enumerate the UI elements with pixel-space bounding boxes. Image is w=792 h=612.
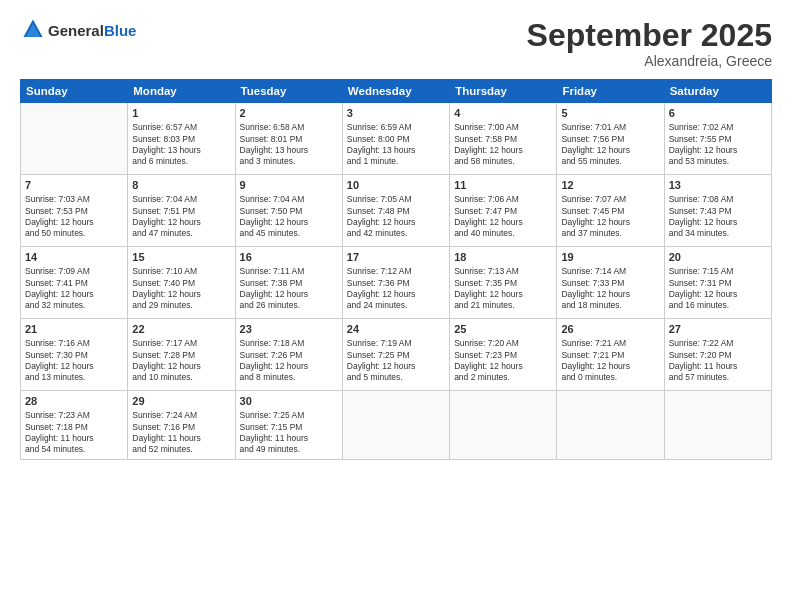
day-info: Sunrise: 7:13 AMSunset: 7:35 PMDaylight:… [454, 266, 552, 312]
day-info: Sunrise: 7:15 AMSunset: 7:31 PMDaylight:… [669, 266, 767, 312]
table-row [557, 391, 664, 460]
calendar-table: Sunday Monday Tuesday Wednesday Thursday… [20, 79, 772, 460]
day-info: Sunrise: 6:57 AMSunset: 8:03 PMDaylight:… [132, 122, 230, 168]
day-info: Sunrise: 7:16 AMSunset: 7:30 PMDaylight:… [25, 338, 123, 384]
day-number: 22 [132, 322, 230, 337]
day-info: Sunrise: 7:19 AMSunset: 7:25 PMDaylight:… [347, 338, 445, 384]
day-number: 9 [240, 178, 338, 193]
day-number: 19 [561, 250, 659, 265]
table-row: 25Sunrise: 7:20 AMSunset: 7:23 PMDayligh… [450, 319, 557, 391]
day-number: 7 [25, 178, 123, 193]
day-number: 2 [240, 106, 338, 121]
day-info: Sunrise: 7:08 AMSunset: 7:43 PMDaylight:… [669, 194, 767, 240]
day-info: Sunrise: 7:01 AMSunset: 7:56 PMDaylight:… [561, 122, 659, 168]
table-row: 16Sunrise: 7:11 AMSunset: 7:38 PMDayligh… [235, 247, 342, 319]
title-block: September 2025 Alexandreia, Greece [527, 18, 772, 69]
day-info: Sunrise: 7:04 AMSunset: 7:51 PMDaylight:… [132, 194, 230, 240]
table-row: 15Sunrise: 7:10 AMSunset: 7:40 PMDayligh… [128, 247, 235, 319]
day-number: 11 [454, 178, 552, 193]
table-row: 7Sunrise: 7:03 AMSunset: 7:53 PMDaylight… [21, 175, 128, 247]
day-info: Sunrise: 7:05 AMSunset: 7:48 PMDaylight:… [347, 194, 445, 240]
day-info: Sunrise: 6:58 AMSunset: 8:01 PMDaylight:… [240, 122, 338, 168]
day-number: 21 [25, 322, 123, 337]
table-row: 3Sunrise: 6:59 AMSunset: 8:00 PMDaylight… [342, 103, 449, 175]
table-row: 20Sunrise: 7:15 AMSunset: 7:31 PMDayligh… [664, 247, 771, 319]
day-info: Sunrise: 6:59 AMSunset: 8:00 PMDaylight:… [347, 122, 445, 168]
day-number: 28 [25, 394, 123, 409]
table-row: 26Sunrise: 7:21 AMSunset: 7:21 PMDayligh… [557, 319, 664, 391]
day-number: 29 [132, 394, 230, 409]
logo: GeneralBlue [20, 18, 136, 44]
day-info: Sunrise: 7:18 AMSunset: 7:26 PMDaylight:… [240, 338, 338, 384]
day-info: Sunrise: 7:11 AMSunset: 7:38 PMDaylight:… [240, 266, 338, 312]
table-row: 8Sunrise: 7:04 AMSunset: 7:51 PMDaylight… [128, 175, 235, 247]
day-number: 10 [347, 178, 445, 193]
table-row: 2Sunrise: 6:58 AMSunset: 8:01 PMDaylight… [235, 103, 342, 175]
day-info: Sunrise: 7:04 AMSunset: 7:50 PMDaylight:… [240, 194, 338, 240]
day-info: Sunrise: 7:10 AMSunset: 7:40 PMDaylight:… [132, 266, 230, 312]
header-thursday: Thursday [450, 80, 557, 103]
table-row: 5Sunrise: 7:01 AMSunset: 7:56 PMDaylight… [557, 103, 664, 175]
table-row: 30Sunrise: 7:25 AMSunset: 7:15 PMDayligh… [235, 391, 342, 460]
day-info: Sunrise: 7:07 AMSunset: 7:45 PMDaylight:… [561, 194, 659, 240]
table-row: 17Sunrise: 7:12 AMSunset: 7:36 PMDayligh… [342, 247, 449, 319]
day-info: Sunrise: 7:22 AMSunset: 7:20 PMDaylight:… [669, 338, 767, 384]
table-row [450, 391, 557, 460]
header-saturday: Saturday [664, 80, 771, 103]
day-info: Sunrise: 7:17 AMSunset: 7:28 PMDaylight:… [132, 338, 230, 384]
day-number: 3 [347, 106, 445, 121]
day-info: Sunrise: 7:20 AMSunset: 7:23 PMDaylight:… [454, 338, 552, 384]
day-number: 8 [132, 178, 230, 193]
day-number: 26 [561, 322, 659, 337]
table-row: 4Sunrise: 7:00 AMSunset: 7:58 PMDaylight… [450, 103, 557, 175]
day-info: Sunrise: 7:21 AMSunset: 7:21 PMDaylight:… [561, 338, 659, 384]
day-number: 20 [669, 250, 767, 265]
weekday-header-row: Sunday Monday Tuesday Wednesday Thursday… [21, 80, 772, 103]
table-row: 23Sunrise: 7:18 AMSunset: 7:26 PMDayligh… [235, 319, 342, 391]
header-sunday: Sunday [21, 80, 128, 103]
day-number: 25 [454, 322, 552, 337]
table-row: 27Sunrise: 7:22 AMSunset: 7:20 PMDayligh… [664, 319, 771, 391]
day-info: Sunrise: 7:03 AMSunset: 7:53 PMDaylight:… [25, 194, 123, 240]
table-row: 1Sunrise: 6:57 AMSunset: 8:03 PMDaylight… [128, 103, 235, 175]
table-row: 14Sunrise: 7:09 AMSunset: 7:41 PMDayligh… [21, 247, 128, 319]
table-row: 24Sunrise: 7:19 AMSunset: 7:25 PMDayligh… [342, 319, 449, 391]
table-row: 22Sunrise: 7:17 AMSunset: 7:28 PMDayligh… [128, 319, 235, 391]
day-number: 17 [347, 250, 445, 265]
table-row: 18Sunrise: 7:13 AMSunset: 7:35 PMDayligh… [450, 247, 557, 319]
day-number: 13 [669, 178, 767, 193]
day-info: Sunrise: 7:14 AMSunset: 7:33 PMDaylight:… [561, 266, 659, 312]
day-number: 4 [454, 106, 552, 121]
day-info: Sunrise: 7:02 AMSunset: 7:55 PMDaylight:… [669, 122, 767, 168]
table-row: 11Sunrise: 7:06 AMSunset: 7:47 PMDayligh… [450, 175, 557, 247]
header-friday: Friday [557, 80, 664, 103]
day-info: Sunrise: 7:12 AMSunset: 7:36 PMDaylight:… [347, 266, 445, 312]
page-header: GeneralBlue September 2025 Alexandreia, … [20, 18, 772, 69]
table-row [21, 103, 128, 175]
day-number: 18 [454, 250, 552, 265]
day-info: Sunrise: 7:09 AMSunset: 7:41 PMDaylight:… [25, 266, 123, 312]
header-wednesday: Wednesday [342, 80, 449, 103]
table-row: 10Sunrise: 7:05 AMSunset: 7:48 PMDayligh… [342, 175, 449, 247]
day-number: 15 [132, 250, 230, 265]
table-row [664, 391, 771, 460]
table-row: 28Sunrise: 7:23 AMSunset: 7:18 PMDayligh… [21, 391, 128, 460]
logo-blue-text: Blue [104, 22, 137, 39]
day-info: Sunrise: 7:25 AMSunset: 7:15 PMDaylight:… [240, 410, 338, 456]
header-monday: Monday [128, 80, 235, 103]
day-number: 23 [240, 322, 338, 337]
day-number: 6 [669, 106, 767, 121]
logo-general-text: General [48, 22, 104, 39]
table-row: 6Sunrise: 7:02 AMSunset: 7:55 PMDaylight… [664, 103, 771, 175]
table-row: 21Sunrise: 7:16 AMSunset: 7:30 PMDayligh… [21, 319, 128, 391]
table-row: 9Sunrise: 7:04 AMSunset: 7:50 PMDaylight… [235, 175, 342, 247]
day-number: 27 [669, 322, 767, 337]
table-row: 19Sunrise: 7:14 AMSunset: 7:33 PMDayligh… [557, 247, 664, 319]
table-row: 29Sunrise: 7:24 AMSunset: 7:16 PMDayligh… [128, 391, 235, 460]
day-info: Sunrise: 7:23 AMSunset: 7:18 PMDaylight:… [25, 410, 123, 456]
calendar-subtitle: Alexandreia, Greece [527, 53, 772, 69]
day-info: Sunrise: 7:24 AMSunset: 7:16 PMDaylight:… [132, 410, 230, 456]
day-number: 1 [132, 106, 230, 121]
header-tuesday: Tuesday [235, 80, 342, 103]
day-info: Sunrise: 7:00 AMSunset: 7:58 PMDaylight:… [454, 122, 552, 168]
